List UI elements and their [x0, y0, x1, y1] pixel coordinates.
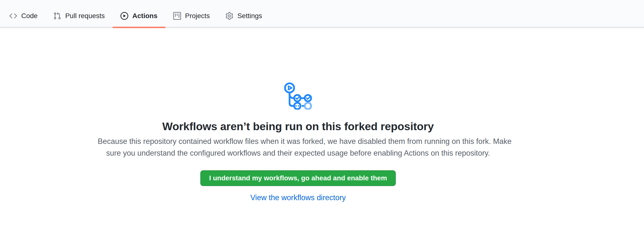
project-icon — [173, 12, 181, 20]
tab-settings[interactable]: Settings — [218, 0, 270, 27]
workflows-link-row: View the workflows directory — [98, 193, 498, 202]
git-pull-request-icon — [53, 12, 61, 20]
tab-settings-label: Settings — [238, 12, 262, 20]
tab-code-label: Code — [21, 12, 38, 20]
gear-icon — [226, 12, 233, 20]
tab-actions-label: Actions — [132, 12, 158, 20]
tab-projects-label: Projects — [185, 12, 210, 20]
tab-projects[interactable]: Projects — [166, 0, 218, 27]
tab-pull-requests-label: Pull requests — [65, 12, 105, 20]
code-icon — [9, 12, 17, 20]
description-line-1: Because this repository contained workfl… — [98, 136, 498, 147]
enable-workflows-button[interactable]: I understand my workflows, go ahead and … — [200, 170, 396, 186]
tab-code[interactable]: Code — [2, 0, 46, 27]
tab-actions[interactable]: Actions — [113, 0, 166, 27]
view-workflows-directory-link[interactable]: View the workflows directory — [250, 193, 346, 202]
page-title: Workflows aren’t being run on this forke… — [98, 119, 498, 134]
actions-page: Code Pull requests Actions Projects — [0, 0, 644, 231]
actions-workflow-icon — [284, 83, 312, 110]
actions-blankslate: Workflows aren’t being run on this forke… — [98, 83, 498, 202]
description-line-2: sure you understand the configured workf… — [98, 147, 498, 159]
tab-pull-requests[interactable]: Pull requests — [46, 0, 113, 27]
repo-tab-bar: Code Pull requests Actions Projects — [0, 0, 644, 28]
play-icon — [120, 12, 128, 20]
blankslate-description: Because this repository contained workfl… — [98, 136, 498, 159]
